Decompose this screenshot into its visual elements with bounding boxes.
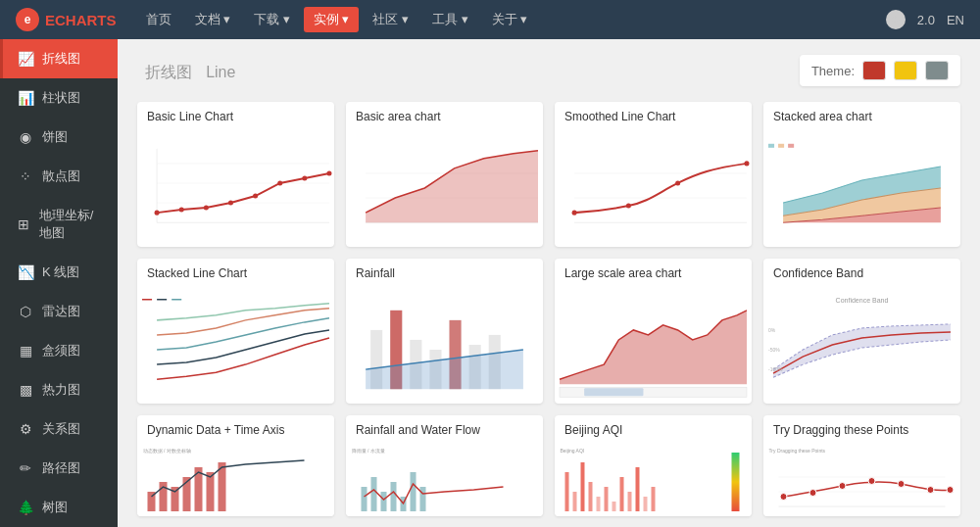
svg-point-104 [947,487,954,494]
chart-card-confidence-band[interactable]: Confidence Band Confidence Band [763,259,960,404]
svg-point-26 [744,161,749,166]
chart-title-large-scale: Large scale area chart [555,259,752,286]
svg-rect-76 [411,472,416,511]
sidebar-label-bar: 柱状图 [42,89,80,107]
svg-point-100 [839,483,846,490]
svg-text:Try Dragging these Points: Try Dragging these Points [769,448,826,454]
lang-label[interactable]: EN [947,13,964,27]
sidebar-item-line[interactable]: 📈 折线图 [0,39,118,78]
sidebar-label-line: 折线图 [42,50,80,68]
chart-preview-smoothed-line [555,129,752,247]
chart-card-rainfall-water[interactable]: Rainfall and Water Flow 降雨量 / 水流量 [346,415,543,516]
chart-card-stacked-area[interactable]: Stacked area chart [763,102,960,247]
sidebar-item-bar[interactable]: 📊 柱状图 [0,78,118,118]
sidebar-item-candlestick[interactable]: 📉 K 线图 [0,253,118,292]
nav-docs[interactable]: 文档 ▾ [185,7,241,32]
github-icon[interactable]: ⊛ [886,10,906,29]
sidebar-label-lines: 路径图 [42,459,80,477]
sidebar-item-pie[interactable]: ◉ 饼图 [0,118,118,157]
svg-rect-29 [778,144,784,148]
svg-rect-86 [612,502,616,511]
theme-label: Theme: [811,64,855,78]
chart-title-smoothed-line: Smoothed Line Chart [555,102,752,129]
chart-card-stacked-line[interactable]: Stacked Line Chart [137,259,334,404]
sidebar-item-radar[interactable]: ⬡ 雷达图 [0,292,118,331]
chart-title-drag-points: Try Dragging these Points [763,415,960,443]
chart-preview-dynamic-time: 动态数据 / 对数坐标轴 [137,443,334,516]
sidebar-item-heatmap[interactable]: ▩ 热力图 [0,370,118,409]
svg-rect-91 [652,487,656,511]
heatmap-icon: ▩ [17,381,34,399]
chart-preview-large-scale [555,286,752,404]
svg-rect-81 [573,492,577,511]
chart-card-beijing-aqi[interactable]: Beijing AQI Beijing AQI [555,415,752,516]
sidebar-item-graph[interactable]: ⚙ 关系图 [0,409,118,449]
chart-grid-row3: Dynamic Data + Time Axis 动态数据 / 对数坐标轴 [137,415,960,516]
sidebar-label-graph: 关系图 [42,420,80,438]
chart-preview-drag-points: Try Dragging these Points [763,443,960,516]
sidebar-item-map[interactable]: ⊞ 地理坐标/地图 [0,196,118,253]
nav-download[interactable]: 下载 ▾ [244,7,300,32]
svg-rect-85 [605,487,609,511]
sidebar-label-boxplot: 盒须图 [42,342,80,359]
theme-selector: Theme: [800,55,960,86]
scatter-icon: ⁘ [17,168,34,185]
logo: e ECHARTS [16,8,117,31]
logo-text: ECHARTS [45,12,117,28]
nav-examples[interactable]: 实例 ▾ [304,7,360,32]
bar-chart-icon: 📊 [17,89,34,107]
chart-card-drag-points[interactable]: Try Dragging these Points Try Dragging t… [763,415,960,516]
chart-card-large-scale[interactable]: Large scale area chart [555,259,752,404]
svg-point-12 [302,175,307,180]
nav-about[interactable]: 关于 ▾ [482,7,538,32]
svg-point-13 [326,170,331,175]
nav-home[interactable]: 首页 [136,7,181,32]
sidebar-label-map: 地理坐标/地图 [39,207,104,242]
svg-point-11 [277,180,282,185]
svg-rect-90 [644,497,648,511]
chart-title-rainfall: Rainfall [346,259,543,286]
chart-card-dynamic-time[interactable]: Dynamic Data + Time Axis 动态数据 / 对数坐标轴 [137,415,334,516]
nav-community[interactable]: 社区 ▾ [363,7,418,32]
svg-rect-89 [636,467,640,511]
line-chart-icon: 📈 [17,50,34,68]
chart-card-rainfall[interactable]: Rainfall [346,259,543,404]
chart-title-dynamic-time: Dynamic Data + Time Axis [137,415,334,443]
tree-icon: 🌲 [17,499,34,516]
svg-point-24 [626,204,631,209]
chart-title-stacked-line: Stacked Line Chart [137,259,334,286]
top-navigation: e ECHARTS 首页 文档 ▾ 下载 ▾ 实例 ▾ 社区 ▾ 工具 ▾ 关于… [0,0,980,39]
chart-title-rainfall-water: Rainfall and Water Flow [346,415,543,443]
svg-rect-72 [371,477,377,511]
chart-title-confidence-band: Confidence Band [763,259,960,286]
sidebar-item-tree[interactable]: 🌲 树图 [0,488,118,527]
svg-text:Beijing AQI: Beijing AQI [561,448,585,454]
svg-point-102 [898,481,905,488]
chart-card-basic-area[interactable]: Basic area chart [346,102,543,247]
sidebar-label-heatmap: 热力图 [42,381,80,399]
chart-preview-stacked-area [763,129,960,247]
graph-icon: ⚙ [17,420,34,438]
chart-card-smoothed-line[interactable]: Smoothed Line Chart [555,102,752,247]
svg-rect-83 [589,482,593,511]
theme-yellow[interactable] [894,61,917,80]
sidebar-label-candlestick: K 线图 [42,264,79,281]
chart-preview-stacked-line [137,286,334,404]
nav-tools[interactable]: 工具 ▾ [422,7,478,32]
theme-red[interactable] [862,61,886,80]
sidebar-label-pie: 饼图 [42,128,68,146]
chart-preview-confidence-band: Confidence Band 0% -50% -100% [763,286,960,404]
svg-rect-80 [565,472,569,511]
svg-text:Confidence Band: Confidence Band [836,297,889,304]
svg-rect-74 [391,482,397,511]
sidebar-item-scatter[interactable]: ⁘ 散点图 [0,157,118,196]
sidebar-item-boxplot[interactable]: ▦ 盒须图 [0,331,118,370]
chart-title-beijing-aqi: Beijing AQI [555,415,752,443]
theme-gray[interactable] [925,61,949,80]
sidebar-item-lines[interactable]: ✏ 路径图 [0,449,118,488]
svg-rect-28 [768,144,774,148]
chart-title-basic-line: Basic Line Chart [137,102,334,129]
chart-card-basic-line[interactable]: Basic Line Chart [137,102,334,247]
svg-rect-30 [788,144,794,148]
chart-grid-row1: Basic Line Chart [137,102,960,247]
